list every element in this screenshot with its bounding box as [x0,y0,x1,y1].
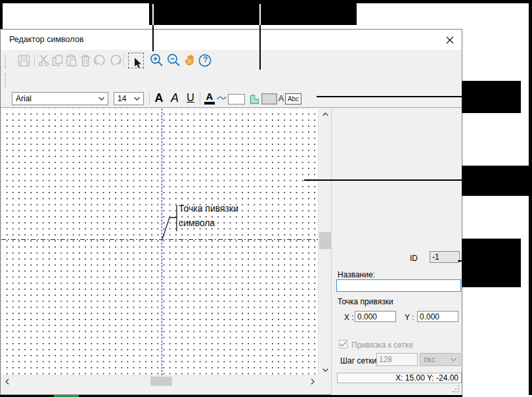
separator [123,54,124,67]
italic-button[interactable]: A [168,90,181,106]
separator [34,54,35,67]
callout-line-zoom-tool [152,25,154,51]
scroll-down-button[interactable] [319,364,332,375]
cursor-coordinates: X: 15.00 Y: -24.00 [395,373,458,383]
redaction-box-right-1 [462,81,521,113]
window-title: Редактор символов [9,35,83,44]
font-family-combo[interactable]: Arial [12,92,108,105]
separator [200,92,200,105]
toolbar2-grip[interactable] [5,74,7,87]
y-label: Y : [405,313,414,322]
cut-button[interactable] [37,53,50,68]
redaction-strip-right [529,0,532,395]
page: Редактор символов [0,0,532,397]
callout-line-fill-color [259,25,261,70]
save-button[interactable] [16,53,31,68]
help-glyph: ? [203,55,208,64]
paste-icon [66,55,77,66]
chevron-down-icon [451,358,456,362]
vertical-scrollbar[interactable] [318,108,331,375]
redaction-strip-left [0,0,3,29]
properties-panel: ID -1 Название: Точка привязки X : Y : П… [331,108,462,395]
text-style-abc-button[interactable]: Abc [285,93,301,105]
scroll-right-button[interactable] [307,376,318,386]
grid-step-input[interactable]: 128 [376,353,418,366]
help-button[interactable]: ? [198,53,212,68]
close-button[interactable] [443,34,456,47]
chevron-up-icon [322,112,328,116]
x-input[interactable] [355,311,396,322]
font-family-value: Arial [16,94,32,103]
chevron-down-icon [322,368,328,372]
underline-button[interactable]: U [184,90,197,106]
trash-icon [80,55,91,66]
zoom-in-icon [150,53,164,67]
callout-line-id-field [458,260,463,262]
undo-icon [94,55,106,66]
scroll-up-button[interactable] [319,108,332,120]
pan-button[interactable] [183,53,198,68]
font-color-button[interactable]: A [203,89,216,103]
font-color-letter: A [206,91,213,102]
checkmark-icon [340,341,347,347]
hand-icon [185,54,196,66]
annotation-text: Точка пивязки символа [179,201,238,230]
snap-to-grid-checkbox[interactable] [339,340,347,348]
toolbar-area: ? Arial 14 A A U A [1,50,462,108]
zoom-out-icon [167,53,181,67]
horizontal-scrollbar-thumb[interactable] [150,377,172,386]
titlebar: Редактор символов [1,30,462,50]
font-size-combo[interactable]: 14 [114,92,144,105]
anchor-section-label: Точка привязки [338,297,393,306]
grid-step-label: Шаг сетки [340,356,376,365]
grid-unit-value: пкс [424,355,435,364]
annotation-line1: Точка пивязки [179,201,238,216]
snap-to-grid-label: Привязка к сетке [351,340,413,350]
status-bar: X: 15.00 Y: -24.00 [337,373,462,383]
redo-icon [109,55,122,66]
select-region-tool[interactable] [128,53,144,68]
resize-grip[interactable] [453,386,460,393]
symbol-editor-window: Редактор символов [0,29,462,395]
callout-line-toolbar3 [317,96,462,97]
y-input[interactable] [417,311,458,322]
bold-button[interactable]: A [152,90,166,106]
id-field: -1 [430,251,460,263]
anchor-crosshair-vertical [162,108,162,375]
horizontal-scrollbar[interactable] [1,375,318,386]
name-input[interactable] [336,279,461,292]
redo-button[interactable] [108,53,122,68]
paste-button[interactable] [64,53,78,68]
font-color-swatch [204,102,215,105]
font-size-value: 14 [118,94,126,103]
grid-unit-dropdown[interactable]: пкс [420,353,460,366]
save-icon [18,55,30,67]
drawing-canvas[interactable]: Точка пивязки символа [1,108,318,375]
toolbar1-grip[interactable] [5,55,7,68]
redaction-box-right-3 [462,239,521,287]
line-color-icon[interactable] [217,95,227,101]
vertical-scrollbar-thumb[interactable] [319,232,331,249]
annotation-line2: символа [179,216,238,230]
undo-button[interactable] [93,53,107,68]
delete-button[interactable] [79,53,92,68]
zoom-in-button[interactable] [149,53,164,68]
zoom-out-button[interactable] [166,53,181,68]
copy-icon [52,55,63,66]
close-icon [446,36,454,44]
copy-button[interactable] [51,53,64,68]
fill-shape-icon[interactable] [249,93,259,105]
name-label: Название: [338,270,375,279]
chevron-right-icon [311,379,315,385]
id-label: ID [410,254,418,263]
chevron-down-icon [134,97,140,101]
scroll-left-button[interactable] [1,376,12,386]
text-style-a-button[interactable]: A [277,91,285,105]
redaction-box-top [149,0,357,25]
fill-color-swatch[interactable] [261,93,277,105]
redaction-box-right-2 [462,166,532,196]
x-label: X : [344,313,354,322]
callout-line-canvas [304,179,462,181]
line-color-swatch[interactable] [228,94,245,105]
chevron-down-icon [99,97,104,101]
